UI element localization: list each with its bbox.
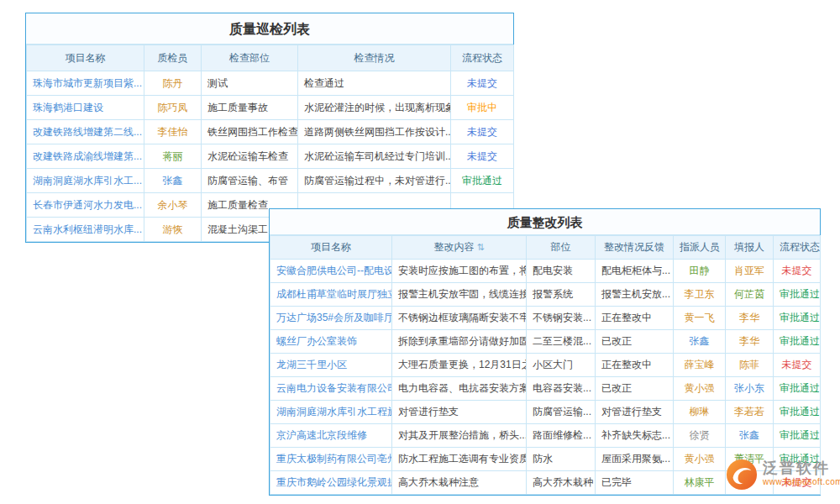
table-row[interactable]: 珠海市城市更新项目紫...陈丹测试检查通过未提交 [27, 71, 514, 96]
inspector-cell: 张鑫 [144, 169, 202, 193]
reporter-cell: 张小东 [726, 377, 774, 401]
part-cell: 防水 [527, 448, 596, 471]
feedback-cell: 补齐缺失标志... [596, 424, 674, 448]
rectify-content-cell: 拆除到承重墙部分请做好加固... [392, 330, 527, 354]
flow-status-cell: 审批通过 [774, 330, 821, 354]
project-name-cell[interactable]: 万达广场35#会所及咖啡厅空... [270, 307, 392, 330]
feedback-cell: 已改正 [596, 377, 674, 401]
check-situation-cell: 水泥砼灌注的时候，出现离析现象 [298, 96, 451, 120]
assignee-cell: 徐贤 [674, 424, 726, 448]
column-header-flow-status: 流程状态 [451, 45, 514, 71]
feedback-cell: 配电柜柜体与... [596, 260, 674, 283]
table-row[interactable]: 螺丝厂办公室装饰拆除到承重墙部分请做好加固...二至三楼混...已改正张鑫李华审… [270, 330, 821, 354]
column-header-part: 部位 [527, 236, 596, 260]
patrol-table-title: 质量巡检列表 [26, 13, 513, 45]
table-row[interactable]: 龙湖三千里小区大理石质量更换，12月31日之...小区大门正在整改中薛宝峰陈菲未… [270, 354, 821, 377]
flow-status-cell: 未提交 [451, 120, 514, 144]
feedback-cell: 屋面采用聚氨... [596, 448, 674, 471]
rectify-content-cell: 高大乔木栽种注意 [392, 471, 527, 495]
check-part-cell: 防腐管运输、布管 [202, 169, 298, 193]
feedback-cell: 报警主机安放... [596, 283, 674, 307]
check-situation-cell: 水泥砼运输车司机经过专门培训... [298, 144, 451, 169]
flow-status-cell: 审批通过 [774, 307, 821, 330]
table-row[interactable]: 万达广场35#会所及咖啡厅空...不锈钢边框玻璃隔断安装不牢...不锈钢安装..… [270, 307, 821, 330]
project-name-cell[interactable]: 龙湖三千里小区 [270, 354, 392, 377]
table-row[interactable]: 珠海鹤港口建设陈巧凤施工质量事故水泥砼灌注的时候，出现离析现象审批中 [27, 96, 514, 120]
project-name-cell[interactable]: 螺丝厂办公室装饰 [270, 330, 392, 354]
reporter-cell: 张鑫 [726, 424, 774, 448]
flow-status-cell: 审批通过 [774, 424, 821, 448]
table-row[interactable]: 湖南洞庭湖水库引水工程施工...对管进行垫支防腐管运输...对管进行垫支柳琳李若… [270, 401, 821, 424]
assignee-cell: 李卫东 [674, 283, 726, 307]
column-header-assignee: 指派人员 [674, 236, 726, 260]
column-header-check-part: 检查部位 [202, 45, 298, 71]
reporter-cell: 李华 [726, 330, 774, 354]
flow-status-cell: 审批通过 [451, 169, 514, 193]
flow-status-cell: 未提交 [774, 354, 821, 377]
project-name-cell[interactable]: 珠海鹤港口建设 [27, 96, 144, 120]
rectify-content-cell: 不锈钢边框玻璃隔断安装不牢... [392, 307, 527, 330]
sort-icon[interactable]: ⇅ [476, 242, 484, 252]
reporter-cell: 何芷茵 [726, 283, 774, 307]
fanpu-logo[interactable]: 泛普软件 www.fanpusoft.com [726, 459, 840, 491]
check-part-cell: 测试 [202, 71, 298, 96]
part-cell: 防腐管运输... [527, 401, 596, 424]
project-name-cell[interactable]: 改建铁路线增建第二线... [27, 120, 144, 144]
project-name-cell[interactable]: 改建铁路成渝线增建第... [27, 144, 144, 169]
part-cell: 不锈钢安装... [527, 307, 596, 330]
rectify-content-cell: 对管进行垫支 [392, 401, 527, 424]
project-name-cell[interactable]: 安徽合肥供电公司--配电设备... [270, 260, 392, 283]
project-name-cell[interactable]: 云南电力设备安装有限公司20... [270, 377, 392, 401]
inspector-cell: 余小琴 [144, 193, 202, 218]
part-cell: 二至三楼混... [527, 330, 596, 354]
rectify-content-cell: 大理石质量更换，12月31日之... [392, 354, 527, 377]
inspector-cell: 游恢 [144, 218, 202, 242]
table-row[interactable]: 改建铁路成渝线增建第...蒋丽水泥砼运输车检查水泥砼运输车司机经过专门培训...… [27, 144, 514, 169]
rectify-table-title: 质量整改列表 [270, 209, 820, 235]
project-name-cell[interactable]: 京沪高速北京段维修 [270, 424, 392, 448]
check-part-cell: 铁丝网围挡工作检查 [202, 120, 298, 144]
project-name-cell[interactable]: 珠海市城市更新项目紫... [27, 71, 144, 96]
table-row[interactable]: 湖南洞庭湖水库引水工...张鑫防腐管运输、布管防腐管运输过程中，未对管进行...… [27, 169, 514, 193]
part-cell: 小区大门 [527, 354, 596, 377]
part-cell: 配电安装 [527, 260, 596, 283]
flow-status-cell: 审批通过 [774, 377, 821, 401]
logo-brand-text: 泛普软件 [763, 459, 840, 477]
project-name-cell[interactable]: 长春市伊通河水力发电... [27, 193, 144, 218]
table-row[interactable]: 安徽合肥供电公司--配电设备...安装时应按施工图的布置，将...配电安装配电柜… [270, 260, 821, 283]
flow-status-cell: 审批中 [451, 96, 514, 120]
project-name-cell[interactable]: 湖南洞庭湖水库引水工... [27, 169, 144, 193]
reporter-cell: 陈菲 [726, 354, 774, 377]
part-cell: 高大乔木栽种 [527, 471, 596, 495]
rectify-content-cell: 安装时应按施工图的布置，将... [392, 260, 527, 283]
project-name-cell[interactable]: 重庆市鹅岭公园绿化景观提升... [270, 471, 392, 495]
check-situation-cell: 防腐管运输过程中，未对管进行... [298, 169, 451, 193]
table-row[interactable]: 京沪高速北京段维修对其及开展整治措施，桥头...路面维修检...补齐缺失标志..… [270, 424, 821, 448]
project-name-cell[interactable]: 湖南洞庭湖水库引水工程施工... [270, 401, 392, 424]
assignee-cell: 柳琳 [674, 401, 726, 424]
inspector-cell: 蒋丽 [144, 144, 202, 169]
column-header-check-situation: 检查情况 [298, 45, 451, 71]
column-header-project-name: 项目名称 [27, 45, 144, 71]
feedback-cell: 正在整改中 [596, 307, 674, 330]
flow-status-cell: 审批通过 [774, 401, 821, 424]
table-row[interactable]: 成都杜甫草堂临时展厅独立展...报警主机安放牢固，线缆连接...报警系统报警主机… [270, 283, 821, 307]
feedback-cell: 正在整改中 [596, 354, 674, 377]
rectify-table: 项目名称 整改内容⇅ 部位 整改情况反馈 指派人员 填报人 流程状态 安徽合肥供… [270, 235, 821, 495]
project-name-cell[interactable]: 云南水利枢纽潜明水库... [27, 218, 144, 242]
column-header-inspector: 质检员 [144, 45, 202, 71]
project-name-cell[interactable]: 重庆太极制药有限公司亳州中... [270, 448, 392, 471]
table-row[interactable]: 改建铁路线增建第二线...李佳怡铁丝网围挡工作检查道路两侧铁丝网围挡工作按设计.… [27, 120, 514, 144]
rectify-content-cell: 报警主机安放牢固，线缆连接... [392, 283, 527, 307]
table-row[interactable]: 云南电力设备安装有限公司20...电力电容器、电抗器安装方案,...电容器安装.… [270, 377, 821, 401]
check-part-cell: 水泥砼运输车检查 [202, 144, 298, 169]
assignee-cell: 张鑫 [674, 330, 726, 354]
project-name-cell[interactable]: 成都杜甫草堂临时展厅独立展... [270, 283, 392, 307]
column-header-project-name: 项目名称 [270, 236, 392, 260]
rectify-header-row: 项目名称 整改内容⇅ 部位 整改情况反馈 指派人员 填报人 流程状态 [270, 236, 821, 260]
inspector-cell: 李佳怡 [144, 120, 202, 144]
inspector-cell: 陈丹 [144, 71, 202, 96]
column-header-reporter: 填报人 [726, 236, 774, 260]
logo-website-text: www.fanpusoft.com [763, 477, 840, 486]
column-header-rectify-content-label: 整改内容 [433, 241, 474, 253]
